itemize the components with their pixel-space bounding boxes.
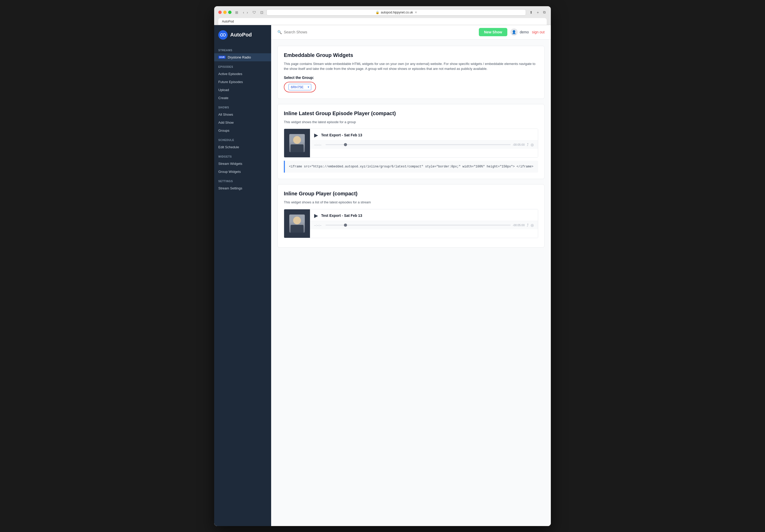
logo-icon bbox=[218, 30, 228, 40]
address-bar[interactable]: 🔒 autopod.hippynet.co.uk ✕ bbox=[267, 9, 526, 16]
svg-point-0 bbox=[220, 34, 223, 36]
close-button[interactable] bbox=[218, 11, 222, 14]
rss-icon-2[interactable]: ◎ bbox=[531, 223, 534, 227]
tab-overview-icon[interactable]: ⧉ bbox=[542, 10, 547, 15]
inline-latest-title: Inline Latest Group Episode Player (comp… bbox=[284, 111, 538, 117]
lock-icon: 🔒 bbox=[376, 11, 380, 14]
share-icon-1[interactable]: ⤴ bbox=[527, 142, 528, 147]
sidebar-item-stream-widgets[interactable]: Stream Widgets bbox=[214, 160, 271, 168]
sidebar-item-drystone-radio[interactable]: DSR Drystone Radio bbox=[214, 53, 271, 61]
player-time-current-2: --:--:-- bbox=[314, 224, 324, 227]
user-icon: 👤 bbox=[510, 28, 518, 36]
sidebar-item-group-widgets[interactable]: Group Widgets bbox=[214, 168, 271, 176]
progress-thumb-2[interactable] bbox=[344, 224, 347, 227]
sidebar-item-future-episodes[interactable]: Future Episodes bbox=[214, 78, 271, 86]
stream-badge: DSR bbox=[218, 56, 226, 59]
play-button-2[interactable]: ▶ bbox=[314, 212, 318, 219]
sign-out-link[interactable]: sign out bbox=[532, 30, 545, 34]
select-group-label: Select the Group: bbox=[284, 76, 538, 80]
embeddable-card-title: Embeddable Group Widgets bbox=[284, 52, 538, 58]
player-time-remaining-2: -00:05:00 bbox=[513, 224, 525, 227]
tab-label: AutoPod bbox=[222, 20, 234, 23]
player-time-current-1: --:--:-- bbox=[314, 143, 324, 146]
clear-url-icon[interactable]: ✕ bbox=[414, 11, 417, 14]
security-icon: 🛡 bbox=[252, 10, 257, 15]
rss-icon-1[interactable]: ◎ bbox=[531, 142, 534, 147]
group-select[interactable]: 6RH75E bbox=[289, 84, 311, 90]
inline-latest-card: Inline Latest Group Episode Player (comp… bbox=[277, 104, 545, 179]
sidebar-item-edit-schedule[interactable]: Edit Schedule bbox=[214, 143, 271, 151]
sidebar-section-episodes: EPISODES bbox=[214, 61, 271, 70]
user-name: demo bbox=[520, 30, 529, 34]
code-block-1: <iframe src="https://embedded.autopod.xy… bbox=[284, 161, 538, 172]
share-icon[interactable]: ⬆ bbox=[528, 10, 534, 15]
sidebar-section-shows: SHOWS bbox=[214, 102, 271, 111]
circle-annotation: 6RH75E ▼ bbox=[284, 82, 316, 92]
top-nav: 🔍 New Show 👤 demo sign out bbox=[271, 25, 551, 40]
player-title-1: Test Export - Sat Feb 13 bbox=[321, 133, 534, 137]
code-text-1: <iframe src="https://embedded.autopod.xy… bbox=[289, 165, 533, 168]
player-time-remaining-1: -00:05:00 bbox=[513, 143, 525, 146]
search-icon: 🔍 bbox=[277, 30, 282, 34]
inline-group-description: This widget shows a list of the latest e… bbox=[284, 200, 538, 205]
group-select-wrapper[interactable]: 6RH75E ▼ bbox=[289, 84, 311, 90]
sidebar-item-label: Drystone Radio bbox=[228, 55, 251, 59]
play-button-1[interactable]: ▶ bbox=[314, 132, 318, 138]
sidebar-section-streams: STREAMS bbox=[214, 45, 271, 53]
sidebar-section-widgets: WIDGETS bbox=[214, 151, 271, 160]
app-logo: AutoPod bbox=[214, 25, 271, 45]
inline-group-player: ▶ Test Export - Sat Feb 13 --:--:-- -00:… bbox=[284, 209, 538, 238]
sidebar-item-groups[interactable]: Groups bbox=[214, 127, 271, 134]
browser-tab[interactable]: AutoPod bbox=[218, 18, 547, 25]
sidebar-item-upload[interactable]: Upload bbox=[214, 86, 271, 94]
player-thumbnail-2 bbox=[284, 209, 310, 238]
progress-bar-1[interactable] bbox=[326, 144, 511, 145]
sidebar-item-stream-settings[interactable]: Stream Settings bbox=[214, 184, 271, 192]
sidebar: AutoPod STREAMS DSR Drystone Radio EPISO… bbox=[214, 25, 271, 526]
search-input[interactable] bbox=[284, 30, 476, 34]
url-text: autopod.hippynet.co.uk bbox=[381, 11, 413, 14]
sidebar-item-add-show[interactable]: Add Show bbox=[214, 119, 271, 127]
player-thumbnail-1 bbox=[284, 129, 310, 157]
progress-bar-2[interactable] bbox=[326, 225, 511, 226]
inline-group-card: Inline Group Player (compact) This widge… bbox=[277, 184, 545, 248]
inline-latest-player: ▶ Test Export - Sat Feb 13 --:--:-- -00:… bbox=[284, 129, 538, 157]
svg-point-1 bbox=[223, 34, 226, 36]
embeddable-widgets-card: Embeddable Group Widgets This page conta… bbox=[277, 46, 545, 99]
player-title-2: Test Export - Sat Feb 13 bbox=[321, 213, 534, 218]
user-info: 👤 demo bbox=[510, 28, 529, 36]
main-content: Embeddable Group Widgets This page conta… bbox=[271, 40, 551, 526]
forward-button[interactable]: › bbox=[246, 10, 249, 15]
inline-group-title: Inline Group Player (compact) bbox=[284, 191, 538, 197]
sidebar-item-create[interactable]: Create bbox=[214, 94, 271, 102]
sidebar-item-all-shows[interactable]: All Shows bbox=[214, 111, 271, 119]
maximize-button[interactable] bbox=[228, 11, 232, 14]
new-show-button[interactable]: New Show bbox=[479, 28, 507, 36]
progress-thumb-1[interactable] bbox=[344, 143, 347, 146]
logo-text: AutoPod bbox=[230, 32, 252, 38]
new-tab-icon[interactable]: + bbox=[536, 10, 540, 15]
embeddable-card-description: This page contains Stream wide embeddabl… bbox=[284, 61, 538, 72]
sidebar-section-settings: SETTINGS bbox=[214, 176, 271, 184]
inline-latest-description: This widget shows the latest episode for… bbox=[284, 120, 538, 125]
share-icon-2[interactable]: ⤴ bbox=[527, 223, 528, 227]
reader-mode-icon[interactable]: ⊡ bbox=[259, 10, 265, 15]
back-button[interactable]: ‹ bbox=[242, 10, 245, 15]
sidebar-toggle-icon[interactable]: ⊞ bbox=[234, 10, 239, 15]
minimize-button[interactable] bbox=[223, 11, 227, 14]
sidebar-item-active-episodes[interactable]: Active Episodes bbox=[214, 70, 271, 78]
sidebar-section-schedule: SCHEDULE bbox=[214, 134, 271, 143]
